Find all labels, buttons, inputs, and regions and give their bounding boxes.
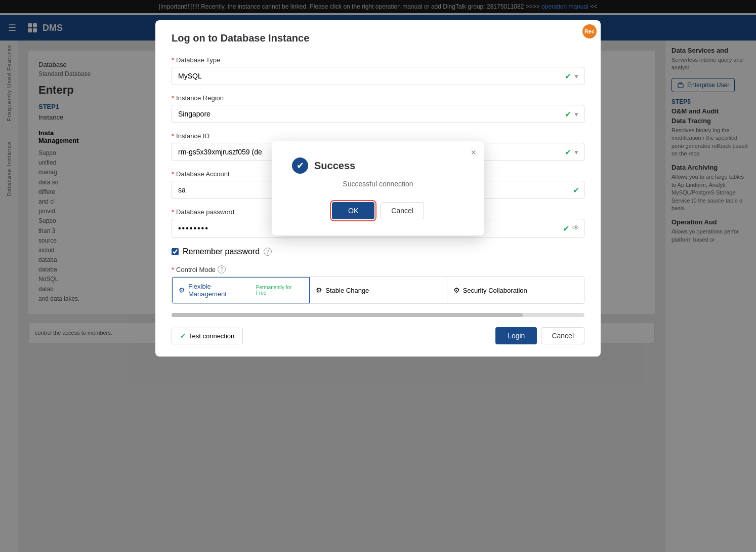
stable-change-label: Stable Change <box>325 287 369 294</box>
success-message: Successful connection <box>292 180 464 188</box>
success-title: Success <box>314 160 355 172</box>
control-option-stable[interactable]: ⚙ Stable Change <box>310 277 447 303</box>
control-option-security[interactable]: ⚙ Security Collaboration <box>447 277 584 303</box>
success-dialog-close-button[interactable]: × <box>471 147 476 158</box>
test-connection-button[interactable]: ✔ Test connection <box>172 328 243 344</box>
flexible-management-label: Flexible Management <box>188 283 251 298</box>
remember-password-label: Remember password <box>183 247 260 256</box>
stable-change-icon: ⚙ <box>316 286 322 294</box>
instance-region-select[interactable]: Singapore <box>172 105 584 123</box>
success-dialog: × ✔ Success Successful connection OK Can… <box>272 141 484 235</box>
remember-password-checkbox[interactable] <box>172 248 179 255</box>
test-conn-check-icon: ✔ <box>180 332 186 340</box>
control-mode-options: ⚙ Flexible Management Permanently for Fr… <box>172 277 584 304</box>
instance-region-select-wrapper: Singapore ✔ ▼ <box>172 105 584 123</box>
password-eye-icon[interactable]: 👁 <box>572 224 579 233</box>
ok-button[interactable]: OK <box>332 202 374 219</box>
control-mode-label: * Control Mode ? <box>172 265 584 273</box>
control-mode-help-icon[interactable]: ? <box>218 265 226 273</box>
flexible-management-badge: Permanently for Free <box>256 285 304 296</box>
dialog-cancel-button[interactable]: Cancel <box>381 202 424 219</box>
success-buttons: OK Cancel <box>292 202 464 219</box>
main-modal: Rec × Log on to Database Instance * Data… <box>155 20 601 357</box>
security-collab-label: Security Collaboration <box>463 287 527 294</box>
database-type-select-wrapper: MySQL ✔ ▼ <box>172 67 584 85</box>
database-type-row: * Database Type MySQL ✔ ▼ <box>172 56 584 85</box>
modal-footer: ✔ Test connection Login Cancel <box>172 327 584 344</box>
control-mode-row: * Control Mode ? ⚙ Flexible Management P… <box>172 265 584 304</box>
modal-title: Log on to Database Instance <box>172 32 584 44</box>
success-header: ✔ Success <box>292 157 464 174</box>
database-type-label: * Database Type <box>172 56 584 64</box>
test-connection-label: Test connection <box>189 332 234 340</box>
remember-password-row: Remember password ? <box>172 247 584 256</box>
scrollbar[interactable] <box>172 313 584 317</box>
modal-overlay: Rec × Log on to Database Instance * Data… <box>0 0 756 552</box>
avatar: Rec <box>582 24 597 38</box>
main-cancel-button[interactable]: Cancel <box>541 327 584 344</box>
control-option-flexible[interactable]: ⚙ Flexible Management Permanently for Fr… <box>172 277 310 304</box>
password-check-icon: ✔ <box>563 224 569 233</box>
remember-password-help-icon[interactable]: ? <box>264 248 272 256</box>
database-account-check-icon: ✔ <box>573 186 579 194</box>
login-button[interactable]: Login <box>495 327 537 344</box>
security-collab-icon: ⚙ <box>453 286 460 294</box>
instance-region-label: * Instance Region <box>172 94 584 102</box>
instance-region-row: * Instance Region Singapore ✔ ▼ <box>172 94 584 123</box>
success-check-icon: ✔ <box>292 157 308 174</box>
instance-id-label: * Instance ID <box>172 132 584 140</box>
flexible-management-icon: ⚙ <box>179 286 185 294</box>
database-type-select[interactable]: MySQL <box>172 67 584 85</box>
scrollbar-thumb <box>172 313 523 317</box>
footer-right: Login Cancel <box>495 327 584 344</box>
